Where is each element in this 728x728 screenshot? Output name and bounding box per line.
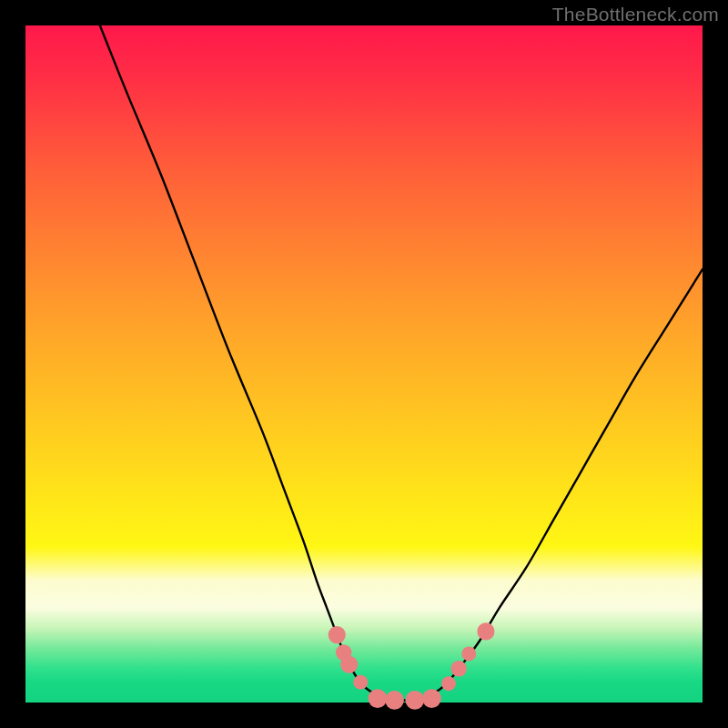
marker-point (450, 661, 467, 677)
plot-area (25, 25, 703, 703)
chart-frame: TheBottleneck.com (0, 0, 728, 728)
marker-point (329, 626, 346, 643)
marker-point (477, 622, 494, 640)
marker-point (441, 676, 456, 691)
marker-point (368, 689, 387, 708)
watermark-text: TheBottleneck.com (552, 4, 719, 25)
marker-point (385, 691, 404, 710)
bottleneck-curve (25, 25, 703, 703)
curve-right-branch (405, 269, 703, 701)
curve-left-branch (100, 25, 405, 701)
marker-point (353, 675, 368, 690)
marker-point (422, 689, 441, 708)
marker-point (461, 646, 476, 661)
marker-point (405, 691, 424, 710)
marker-point (340, 656, 358, 673)
